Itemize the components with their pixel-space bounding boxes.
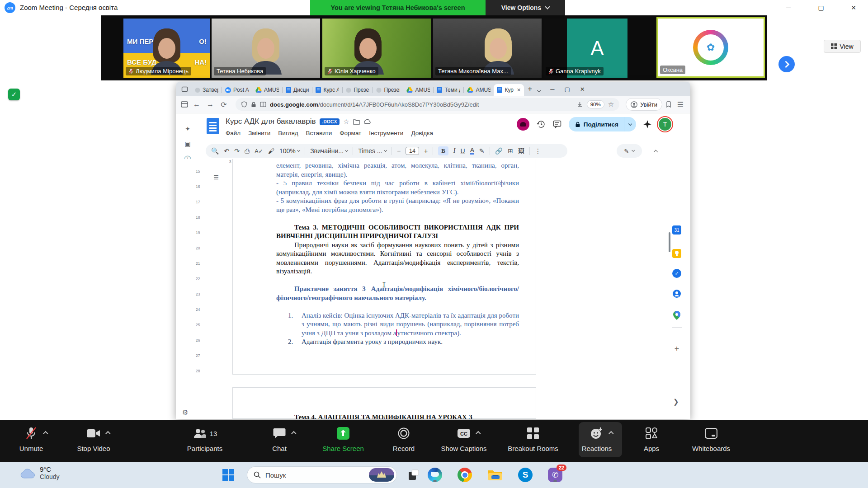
redo-icon[interactable]: ↷ — [234, 147, 240, 155]
document-title[interactable]: Курс АДК для бакалаврів — [226, 117, 316, 126]
editing-mode-button[interactable]: ✎ — [617, 144, 642, 158]
browser-maximize-button[interactable]: ▢ — [565, 86, 570, 93]
taskbar-chrome-icon[interactable] — [457, 467, 473, 483]
print-icon[interactable]: ⎙ — [245, 147, 250, 155]
zoom-unmute-button[interactable]: Unmute — [0, 424, 65, 452]
text-color-button[interactable]: A — [470, 147, 474, 155]
font-size-increase[interactable]: + — [424, 147, 428, 155]
paint-format-icon[interactable]: 🖌 — [268, 147, 274, 155]
document-text[interactable]: елемент, речовина, хімічна реакція, атом… — [276, 161, 519, 347]
tab-search-chevron[interactable] — [537, 89, 541, 93]
browser-close-button[interactable]: ✕ — [580, 86, 585, 93]
video-tile-4[interactable]: Тетяна Миколаївна Мах... — [433, 19, 542, 78]
signin-button[interactable]: Увійти — [626, 98, 662, 111]
zoom-chat-button[interactable]: Chat — [245, 424, 313, 452]
back-button[interactable]: ← — [191, 100, 202, 108]
search-highlight-image[interactable] — [369, 468, 394, 482]
zoom-show-captions-button[interactable]: CCShow Captions — [430, 424, 498, 452]
browser-minimize-button[interactable]: ─ — [550, 86, 554, 93]
chevron-up-icon[interactable] — [609, 431, 613, 436]
star-document-icon[interactable]: ☆ — [344, 118, 349, 125]
video-tile-6[interactable]: ✿Оксана — [656, 17, 765, 78]
browser-tab-1[interactable]: Затвердже — [192, 84, 222, 96]
workspaces-icon[interactable] — [180, 100, 189, 108]
minimize-button[interactable]: ─ — [783, 3, 793, 12]
start-button[interactable] — [220, 467, 236, 483]
add-panel-icon[interactable]: + — [671, 343, 682, 354]
close-button[interactable]: ✕ — [849, 3, 859, 12]
move-folder-icon[interactable] — [353, 119, 360, 125]
google-docs-icon[interactable] — [207, 118, 219, 134]
contacts-icon[interactable] — [671, 288, 682, 299]
browser-tab-11[interactable]: Кур✕ — [494, 84, 524, 96]
download-icon[interactable] — [576, 101, 583, 108]
tracking-shield-icon[interactable] — [241, 101, 247, 108]
tasks-icon[interactable]: ✓ — [671, 268, 682, 279]
browser-menu-icon[interactable]: ☰ — [675, 100, 686, 109]
docs-menu-файл[interactable]: Файл — [226, 130, 241, 136]
share-dropdown[interactable] — [624, 117, 636, 131]
docs-menu-формат[interactable]: Формат — [340, 130, 361, 136]
calendar-icon[interactable]: 31 — [671, 225, 682, 235]
taskbar-edge-icon[interactable] — [427, 467, 443, 483]
chevron-up-icon[interactable] — [476, 431, 481, 436]
gallery-view-button[interactable]: View — [824, 40, 861, 53]
tab-close-icon[interactable]: ✕ — [517, 87, 521, 93]
chevron-up-icon[interactable] — [291, 431, 296, 436]
insert-image-icon[interactable]: 🖼 — [518, 147, 524, 155]
underline-button[interactable]: U — [461, 147, 465, 155]
taskbar-skype-icon[interactable]: S — [517, 467, 533, 483]
hide-menus-button[interactable] — [650, 145, 661, 157]
taskbar-search[interactable]: Пошук — [247, 466, 397, 483]
zoom-select[interactable]: 100% — [279, 147, 300, 155]
browser-tab-4[interactable]: Дисци — [283, 84, 312, 96]
copilot-icon[interactable]: ✦ — [184, 125, 192, 132]
browser-tab-2[interactable]: Post At — [222, 84, 252, 96]
more-options-icon[interactable]: ⋮ — [535, 147, 541, 155]
document-page-1[interactable]: елемент, речовина, хімічна реакція, атом… — [232, 159, 536, 375]
extension-icon[interactable] — [517, 118, 529, 131]
video-tile-5[interactable]: AGanna Krapivnyk — [543, 19, 627, 78]
docs-menu-змінити[interactable]: Змінити — [248, 130, 270, 136]
font-size-field[interactable]: 14 — [406, 147, 419, 155]
taskbar-explorer-icon[interactable] — [487, 467, 503, 483]
docs-menu-інструменти[interactable]: Інструменти — [369, 130, 403, 136]
gemini-sparkle-icon[interactable] — [643, 120, 651, 128]
highlight-button[interactable]: ✎ — [479, 147, 485, 155]
zoom-apps-button[interactable]: Apps — [618, 424, 685, 452]
split-screen-icon[interactable] — [260, 102, 266, 107]
styles-select[interactable]: Звичайни... — [310, 147, 348, 155]
sidepanel-expand-chevron[interactable]: ❯ — [673, 398, 679, 406]
browser-tab-8[interactable]: AMUSE — [403, 84, 433, 96]
docs-menu-вигляд[interactable]: Вигляд — [278, 130, 298, 136]
font-select[interactable]: Times ... — [358, 147, 387, 155]
taskbar-viber-icon[interactable]: ✆22 — [547, 467, 563, 483]
maximize-button[interactable]: ▢ — [816, 3, 826, 12]
browser-tab-6[interactable]: Презентац — [343, 84, 373, 96]
keep-icon[interactable] — [671, 248, 682, 259]
address-bar[interactable]: docs.google.com/document/d/14A7JFB0OF6uh… — [236, 98, 619, 111]
page-zoom-chip[interactable]: 90% — [587, 100, 604, 108]
add-comment-icon[interactable]: ⊞ — [508, 147, 513, 155]
browser-tab-5[interactable]: Курс А — [312, 84, 342, 96]
next-participants-button[interactable] — [778, 56, 795, 72]
browser-tab-3[interactable]: AMUSE — [252, 84, 282, 96]
insert-link-icon[interactable]: 🔗 — [495, 147, 503, 155]
comments-icon[interactable] — [553, 120, 561, 128]
version-history-icon[interactable] — [537, 120, 546, 129]
share-button[interactable]: Поділитися — [569, 117, 636, 131]
bold-button[interactable]: B — [438, 146, 448, 155]
settings-gear-icon[interactable]: ⚙ — [182, 408, 188, 417]
doc-scrollbar-thumb[interactable] — [669, 232, 670, 252]
browser-essentials-icon[interactable] — [665, 101, 672, 108]
zoom-share-screen-button[interactable]: Share Screen — [309, 424, 377, 452]
zoom-record-button[interactable]: Record — [370, 424, 438, 452]
cloud-status-icon[interactable] — [364, 119, 371, 124]
maps-icon[interactable] — [671, 310, 682, 321]
account-avatar[interactable]: T — [659, 118, 671, 131]
browser-tab-7[interactable]: Презентац — [373, 84, 403, 96]
font-size-decrease[interactable]: − — [397, 147, 401, 155]
chevron-up-icon[interactable] — [105, 431, 110, 436]
task-view-button[interactable] — [406, 467, 422, 483]
zoom-stop-video-button[interactable]: Stop Video — [60, 424, 127, 452]
